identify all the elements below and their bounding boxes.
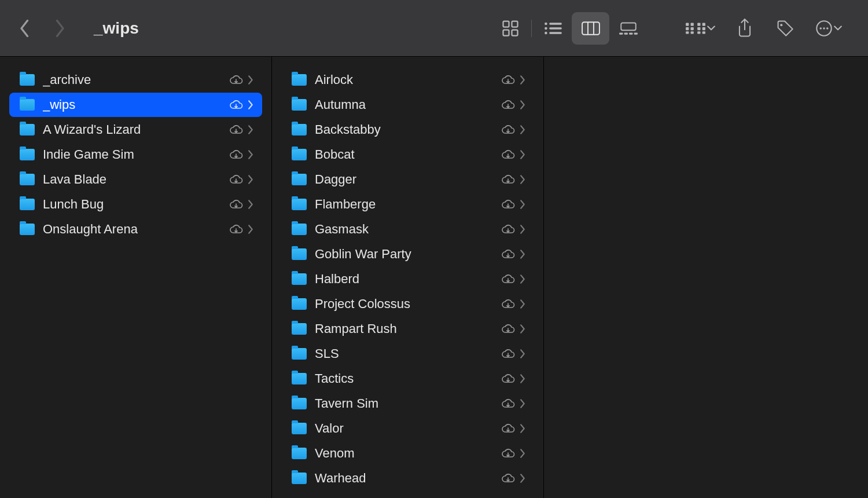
svg-point-33 (823, 27, 825, 29)
view-list-button[interactable] (534, 12, 572, 45)
chevron-right-icon (248, 150, 254, 159)
folder-row[interactable]: Flamberge (281, 192, 534, 217)
cloud-download-icon[interactable] (501, 97, 516, 112)
folder-label: Airlock (315, 72, 353, 87)
folder-row[interactable]: _archive (9, 68, 262, 92)
forward-button[interactable] (51, 17, 68, 40)
chevron-right-icon (520, 175, 526, 184)
folder-row[interactable]: Tactics (281, 367, 534, 391)
folder-row[interactable]: SLS (281, 342, 534, 366)
folder-row[interactable]: Lunch Bug (9, 192, 262, 217)
cloud-download-icon[interactable] (501, 72, 516, 87)
tags-button[interactable] (766, 12, 803, 45)
chevron-right-icon (248, 225, 254, 234)
folder-row[interactable]: Autumna (281, 93, 534, 117)
folder-row[interactable]: Indie Game Sim (9, 142, 262, 167)
cloud-download-icon[interactable] (501, 147, 516, 162)
svg-rect-27 (703, 23, 705, 25)
cloud-download-icon[interactable] (501, 172, 516, 187)
folder-row[interactable]: Valor (281, 416, 534, 441)
grouping-button[interactable] (677, 12, 723, 45)
folder-row[interactable]: Halberd (281, 267, 534, 291)
cloud-download-icon[interactable] (229, 72, 244, 87)
cloud-download-icon[interactable] (501, 471, 516, 486)
folder-label: Backstabby (315, 122, 381, 137)
view-icon-button[interactable] (491, 12, 529, 45)
column-1: AirlockAutumnaBackstabbyBobcatDaggerFlam… (272, 57, 544, 498)
folder-label: Venom (315, 446, 355, 461)
folder-icon (20, 149, 35, 160)
chevron-right-icon (248, 125, 254, 134)
svg-rect-29 (703, 31, 705, 34)
toolbar-separator (531, 20, 532, 37)
svg-rect-24 (697, 23, 700, 25)
cloud-download-icon[interactable] (501, 272, 516, 287)
cloud-download-icon[interactable] (501, 296, 516, 312)
folder-row[interactable]: Lava Blade (9, 167, 262, 192)
folder-icon (292, 398, 307, 409)
cloud-download-icon[interactable] (501, 446, 516, 461)
view-gallery-button[interactable] (609, 12, 647, 45)
folder-row[interactable]: Onslaught Arena (9, 217, 262, 241)
svg-point-30 (780, 24, 782, 26)
folder-icon (20, 99, 35, 111)
column-0: _archive_wipsA Wizard's LizardIndie Game… (0, 57, 272, 498)
svg-rect-28 (703, 27, 705, 30)
folder-label: Lunch Bug (43, 197, 104, 212)
cloud-download-icon[interactable] (229, 97, 244, 112)
folder-row[interactable]: Venom (281, 441, 534, 466)
cloud-download-icon[interactable] (501, 222, 516, 237)
chevron-right-icon (520, 449, 526, 458)
chevron-right-icon (520, 474, 526, 483)
folder-row[interactable]: A Wizard's Lizard (9, 118, 262, 142)
cloud-download-icon[interactable] (229, 222, 244, 237)
svg-rect-10 (582, 22, 599, 34)
cloud-download-icon[interactable] (501, 122, 516, 137)
chevron-down-icon (707, 25, 715, 31)
svg-point-4 (545, 22, 547, 25)
folder-row[interactable]: Warhead (281, 466, 534, 490)
folder-label: _archive (43, 72, 91, 87)
cloud-download-icon[interactable] (229, 147, 244, 162)
svg-point-34 (826, 27, 828, 29)
cloud-download-icon[interactable] (229, 172, 244, 187)
folder-row[interactable]: Rampart Rush (281, 317, 534, 341)
cloud-download-icon[interactable] (501, 371, 516, 386)
cloud-download-icon[interactable] (229, 122, 244, 137)
cloud-download-icon[interactable] (501, 346, 516, 361)
chevron-right-icon (520, 299, 526, 309)
folder-row[interactable]: Gasmask (281, 217, 534, 241)
folder-icon (292, 199, 307, 210)
cloud-download-icon[interactable] (501, 247, 516, 262)
cloud-download-icon[interactable] (501, 197, 516, 212)
folder-label: Goblin War Party (315, 247, 411, 262)
folder-label: Valor (315, 421, 344, 436)
folder-icon (292, 473, 307, 484)
share-button[interactable] (726, 12, 763, 45)
share-icon (737, 19, 753, 38)
chevron-right-icon (520, 250, 526, 259)
view-column-button[interactable] (572, 12, 609, 45)
folder-row[interactable]: Airlock (281, 68, 534, 92)
folder-icon (20, 74, 35, 86)
folder-row[interactable]: Tavern Sim (281, 391, 534, 416)
chevron-right-icon (248, 100, 254, 109)
folder-row[interactable]: Dagger (281, 167, 534, 192)
folder-row[interactable]: Goblin War Party (281, 242, 534, 266)
folder-icon (292, 298, 307, 310)
folder-row[interactable]: _wips (9, 93, 262, 117)
cloud-download-icon[interactable] (501, 321, 516, 336)
cloud-download-icon[interactable] (229, 197, 244, 212)
folder-row[interactable]: Bobcat (281, 142, 534, 167)
svg-rect-25 (697, 27, 700, 30)
actions-button[interactable] (806, 12, 852, 45)
folder-icon (292, 273, 307, 285)
folder-icon (292, 348, 307, 360)
grid-icon (502, 20, 519, 37)
cloud-download-icon[interactable] (501, 396, 516, 411)
folder-row[interactable]: Backstabby (281, 118, 534, 142)
folder-row[interactable]: Project Colossus (281, 292, 534, 316)
back-button[interactable] (16, 17, 34, 40)
cloud-download-icon[interactable] (501, 421, 516, 436)
folder-icon (20, 224, 35, 235)
